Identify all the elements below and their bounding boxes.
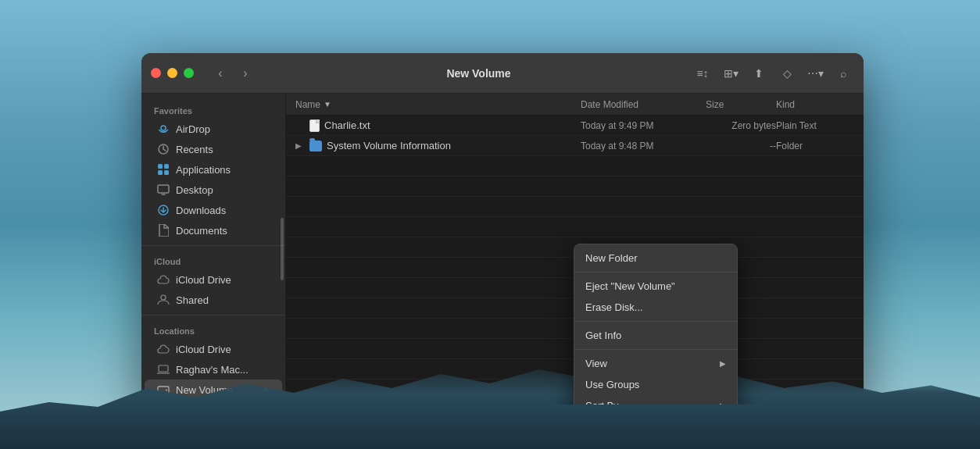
- empty-row: [286, 197, 864, 217]
- column-headers: Name ▼ Date Modified Size Kind: [286, 94, 864, 116]
- tag-icon: ◇: [783, 67, 792, 80]
- minimize-button[interactable]: [167, 68, 177, 78]
- expand-arrow[interactable]: ▶: [295, 141, 305, 150]
- date-column-header[interactable]: Date Modified: [581, 99, 706, 110]
- menu-item-get-info[interactable]: Get Info: [574, 325, 737, 346]
- shared-icon: [157, 294, 170, 306]
- file-name-cell: Charlie.txt: [295, 119, 581, 132]
- sidebar-item-icloud-drive[interactable]: iCloud Drive: [145, 269, 282, 290]
- desktop-label: Desktop: [176, 184, 213, 196]
- downloads-icon: [157, 204, 170, 216]
- locations-label: Locations: [141, 320, 285, 339]
- menu-item-use-groups[interactable]: Use Groups: [574, 374, 737, 395]
- forward-button[interactable]: ›: [234, 62, 256, 84]
- sidebar: Favorites AirDrop Recents: [141, 94, 286, 404]
- sidebar-item-documents[interactable]: Documents: [145, 220, 282, 241]
- sort-indicator: ▼: [324, 100, 331, 109]
- shared-label: Shared: [176, 294, 209, 306]
- sidebar-item-new-volume[interactable]: New Volume ⏏: [145, 380, 282, 400]
- menu-separator: [574, 349, 737, 350]
- folder-icon: [309, 141, 322, 151]
- file-name-cell: ▶ System Volume Information: [295, 140, 581, 151]
- sidebar-item-recents[interactable]: Recents: [145, 139, 282, 159]
- icloud-loc-label: iCloud Drive: [176, 344, 231, 355]
- menu-item-sort-by[interactable]: Sort By ▶: [574, 395, 737, 404]
- menu-separator: [574, 272, 737, 273]
- share-button[interactable]: ⬆: [748, 62, 770, 84]
- menu-item-erase-disk[interactable]: Erase Disk...: [574, 297, 737, 318]
- file-kind: Folder: [776, 141, 854, 151]
- file-name: System Volume Information: [327, 140, 451, 151]
- raghavs-mac-label: Raghav's Mac...: [176, 364, 249, 376]
- grid-icon: ⊞▾: [724, 67, 739, 80]
- submenu-arrow: ▶: [720, 359, 726, 368]
- share-icon: ⬆: [754, 67, 764, 80]
- documents-icon: [157, 224, 170, 237]
- svg-point-8: [161, 295, 166, 300]
- sidebar-item-raghavs-mac[interactable]: Raghav's Mac...: [145, 359, 282, 380]
- nav-buttons: ‹ ›: [209, 62, 256, 84]
- tag-button[interactable]: ◇: [776, 62, 798, 84]
- sidebar-item-downloads[interactable]: Downloads: [145, 200, 282, 220]
- applications-icon: [157, 163, 170, 176]
- list-icon: ≡↕: [696, 67, 708, 80]
- sidebar-item-icloud-loc[interactable]: iCloud Drive: [145, 339, 282, 359]
- file-name: Charlie.txt: [324, 119, 370, 131]
- recents-icon: [157, 143, 170, 155]
- view-grid-button[interactable]: ⊞▾: [720, 62, 742, 84]
- window-title: New Volume: [266, 67, 692, 80]
- favorites-label: Favorites: [141, 100, 285, 119]
- menu-item-new-folder[interactable]: New Folder: [574, 248, 737, 269]
- ellipsis-icon: ⋯▾: [807, 67, 824, 80]
- svg-rect-6: [158, 185, 169, 193]
- empty-row: [286, 156, 864, 176]
- svg-rect-5: [164, 170, 169, 175]
- kind-column-header[interactable]: Kind: [776, 99, 854, 110]
- new-volume-label: New Volume: [176, 384, 233, 396]
- window-body: Favorites AirDrop Recents: [141, 94, 864, 404]
- airdrop-icon: [157, 123, 170, 135]
- menu-item-view[interactable]: View ▶: [574, 353, 737, 374]
- table-row[interactable]: Charlie.txt Today at 9:49 PM Zero bytes …: [286, 116, 864, 136]
- documents-label: Documents: [176, 225, 227, 237]
- sidebar-item-airdrop[interactable]: AirDrop: [145, 119, 282, 139]
- toolbar-right: ≡↕ ⊞▾ ⬆ ◇ ⋯▾ ⌕: [692, 62, 854, 84]
- view-list-button[interactable]: ≡↕: [692, 62, 714, 84]
- divider-2: [141, 315, 285, 315]
- traffic-lights: [151, 68, 194, 78]
- file-size: --: [706, 141, 776, 151]
- menu-item-eject[interactable]: Eject "New Volume": [574, 276, 737, 297]
- back-button[interactable]: ‹: [209, 62, 231, 84]
- maximize-button[interactable]: [184, 68, 194, 78]
- divider-1: [141, 245, 285, 246]
- sidebar-item-shared[interactable]: Shared: [145, 290, 282, 310]
- search-button[interactable]: ⌕: [832, 62, 854, 84]
- icloud-icon: [157, 273, 170, 286]
- eject-icon[interactable]: ⏏: [262, 385, 270, 395]
- icloud-label: iCloud: [141, 251, 285, 269]
- action-button[interactable]: ⋯▾: [804, 62, 826, 84]
- airdrop-label: AirDrop: [176, 123, 210, 135]
- sidebar-item-desktop[interactable]: Desktop: [145, 180, 282, 200]
- svg-rect-3: [164, 164, 169, 169]
- file-date: Today at 9:48 PM: [581, 141, 706, 151]
- txt-file-icon: [309, 119, 320, 132]
- empty-row: [286, 176, 864, 197]
- close-button[interactable]: [151, 68, 161, 78]
- size-column-header[interactable]: Size: [706, 99, 776, 110]
- svg-point-11: [166, 390, 167, 391]
- toolbar: ‹ › New Volume ≡↕ ⊞▾ ⬆ ◇ ⋯▾ ⌕: [141, 53, 864, 94]
- table-row[interactable]: ▶ System Volume Information Today at 9:4…: [286, 136, 864, 156]
- icloud-loc-icon: [157, 343, 170, 355]
- file-date: Today at 9:49 PM: [581, 120, 706, 131]
- file-kind: Plain Text: [776, 120, 854, 131]
- empty-row: [286, 217, 864, 237]
- laptop-icon: [157, 363, 170, 376]
- applications-label: Applications: [176, 164, 231, 176]
- sidebar-item-applications[interactable]: Applications: [145, 159, 282, 180]
- name-column-header[interactable]: Name ▼: [295, 99, 581, 110]
- svg-rect-4: [158, 170, 163, 175]
- context-menu: New Folder Eject "New Volume" Erase Disk…: [574, 244, 738, 404]
- drive-icon: [157, 383, 170, 396]
- desktop-icon: [157, 184, 170, 196]
